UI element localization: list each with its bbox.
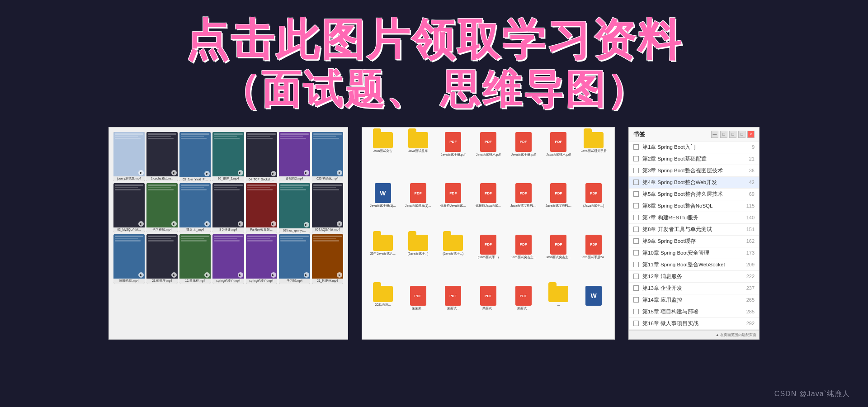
- doc-label: (Java面试手...): [407, 252, 428, 256]
- bookmark-checkbox[interactable]: [633, 144, 639, 150]
- bookmark-item-15[interactable]: 第16章 微人事项目实战 292: [629, 318, 759, 330]
- bookmark-checkbox[interactable]: [633, 285, 639, 291]
- bookmark-checkbox[interactable]: [633, 215, 639, 220]
- bookmark-item-9[interactable]: 第10章 Spring Boot安全管理 173: [629, 247, 759, 259]
- pdf-icon: PDF: [480, 183, 496, 203]
- doc-item-22: PDF 某某某...: [402, 286, 434, 335]
- bookmark-checkbox[interactable]: [633, 274, 639, 279]
- chapter-label: 第16章 微人事项目实战: [642, 320, 745, 327]
- bookmark-checkbox[interactable]: [633, 203, 639, 208]
- bookmark-item-1[interactable]: 第2章 Spring Boot基础配置 21: [629, 153, 759, 165]
- bookmark-item-3[interactable]: 第4章 Spring Boot整合Web开发 42: [629, 177, 759, 189]
- restore-button2[interactable]: □: [729, 131, 736, 138]
- bookmark-checkbox[interactable]: [633, 227, 639, 232]
- bookmark-item-2[interactable]: 第3章 Spring Boot整合视图层技术 36: [629, 165, 759, 177]
- chapter-label: 第7章 构建RESTful服务: [642, 214, 745, 221]
- folder-icon: [584, 132, 604, 148]
- title-line1: 点击此图片领取学习资料: [0, 14, 868, 66]
- bookmark-item-8[interactable]: 第9章 Spring Boot缓存 162: [629, 236, 759, 247]
- bookmark-checkbox[interactable]: [633, 191, 639, 197]
- bookmark-panel: 书签 — □ □ □ × 第1章 Spring Boot入门 9 第2章 Spr…: [628, 127, 760, 340]
- doc-item-21: 2021面积...: [367, 286, 399, 335]
- pdf-icon: PDF: [515, 132, 532, 152]
- doc-label: ...: [592, 307, 595, 310]
- page-number: 292: [746, 321, 755, 326]
- video-thumb-12: ▶ 07linux_rpm-yu...: [279, 183, 310, 232]
- doc-label: Java面试突击: [373, 149, 392, 153]
- doc-item-4: PDF Java面试手册.pdf: [507, 132, 540, 181]
- folder-icon: [548, 286, 568, 302]
- doc-item-16: (Java面试手...): [437, 235, 469, 284]
- bookmark-item-13[interactable]: 第14章 应用监控 265: [629, 294, 759, 306]
- main-title-section: 点击此图片领取学习资料 （面试题、 思维导图）: [0, 0, 868, 114]
- doc-item-3: PDF Java面试技术.pdf: [472, 132, 505, 181]
- pdf-icon: PDF: [410, 183, 426, 203]
- doc-label: Java面试手册.pdf: [511, 153, 535, 156]
- pdf-icon: PDF: [445, 132, 461, 152]
- video-label: 004.AQS介绍.mp4: [312, 227, 343, 232]
- doc-item-25: PDF 某面试...: [507, 286, 540, 335]
- doc-label: 你最持Java面试...: [440, 204, 466, 208]
- bookmark-item-12[interactable]: 第13章 企业开发 237: [629, 283, 759, 294]
- bookmark-checkbox[interactable]: [633, 168, 639, 173]
- bookmark-item-14[interactable]: 第15章 项目构建与部署 285: [629, 306, 759, 318]
- doc-item-23: PDF 某面试...: [437, 286, 469, 335]
- bookmark-item-6[interactable]: 第7章 构建RESTful服务 140: [629, 212, 759, 224]
- bookmark-item-11[interactable]: 第12章 消息服务 222: [629, 271, 759, 283]
- chapter-label: 第5章 Spring Boot整合持久层技术: [642, 191, 747, 198]
- pdf-icon: PDF: [480, 286, 496, 306]
- restore-button3[interactable]: □: [738, 131, 745, 138]
- doc-label: (Java面试手...): [443, 252, 463, 256]
- doc-item-27: W ...: [577, 286, 610, 335]
- close-button[interactable]: ×: [747, 131, 755, 138]
- doc-label: ...: [557, 303, 560, 307]
- doc-label: (Java面试手...): [583, 204, 604, 208]
- chapter-label: 第13章 企业开发: [642, 285, 745, 292]
- video-label: 课后上_.mp4: [179, 227, 211, 232]
- pdf-icon: PDF: [480, 235, 496, 255]
- bookmark-checkbox[interactable]: [633, 238, 639, 244]
- bookmark-checkbox[interactable]: [633, 309, 639, 314]
- chapter-label: 第14章 应用监控: [642, 297, 745, 303]
- bookmark-checkbox[interactable]: [633, 262, 639, 267]
- bookmark-checkbox[interactable]: [633, 156, 639, 161]
- bookmark-item-5[interactable]: 第6章 Spring Boot整合NoSQL 115: [629, 200, 759, 212]
- doc-item-19: PDF Java面试突击主...: [542, 235, 575, 284]
- doc-item-8: PDF Java面试题库(1)...: [402, 183, 434, 232]
- page-number: 265: [746, 297, 755, 303]
- chapter-label: 第11章 Spring Boot整合WebSocket: [642, 261, 745, 268]
- bookmark-checkbox[interactable]: [633, 297, 639, 303]
- bookmark-checkbox[interactable]: [633, 180, 639, 185]
- bookmark-item-0[interactable]: 第1章 Spring Boot入门 9: [629, 142, 759, 153]
- pdf-icon: PDF: [445, 286, 461, 306]
- bookmark-item-4[interactable]: 第5章 Spring Boot整合持久层技术 69: [629, 189, 759, 200]
- video-thumb-20: ▶ 21_钩逻框.mp4: [312, 234, 343, 284]
- bookmark-item-10[interactable]: 第11章 Spring Boot整合WebSocket 209: [629, 259, 759, 271]
- minimize-button[interactable]: —: [711, 131, 718, 138]
- doc-label: 23年Java面试八...: [370, 252, 396, 256]
- chapter-label: 第8章 开发者工具与单元测试: [642, 226, 745, 233]
- video-label: jquery测试题.mp4: [113, 176, 145, 181]
- bookmark-checkbox[interactable]: [633, 321, 639, 326]
- pdf-icon: PDF: [515, 183, 532, 203]
- doc-item-6: Java面试通关手册: [577, 132, 610, 181]
- pdf-icon: PDF: [585, 183, 602, 203]
- bookmark-footer: ▲ 在页面范围内适配页面: [629, 330, 759, 339]
- doc-item-12: PDF Java面试宝典PL...: [542, 183, 575, 232]
- chapter-label: 第15章 项目构建与部署: [642, 308, 745, 315]
- folder-icon: [373, 235, 393, 251]
- video-thumb-11: ▶ ParNew收集器...: [246, 183, 277, 232]
- restore-button[interactable]: □: [720, 131, 727, 138]
- folder-icon: [408, 132, 428, 148]
- folder-icon: [443, 235, 463, 251]
- doc-label: Java面试突击主...: [546, 256, 571, 259]
- video-thumb-9: ▶ 课后上_.mp4: [179, 183, 211, 232]
- video-label: 21_钩逻框.mp4: [312, 279, 343, 284]
- doc-label: Java面试手册(1)...: [370, 204, 396, 208]
- video-label: 07linux_rpm-yu...: [279, 228, 310, 232]
- chapter-label: 第6章 Spring Boot整合NoSQL: [642, 203, 745, 209]
- bookmark-item-7[interactable]: 第8章 开发者工具与单元测试 151: [629, 224, 759, 236]
- bookmark-checkbox[interactable]: [633, 250, 639, 256]
- video-label: 020.初始化.mp4: [312, 176, 343, 181]
- page-number: 222: [746, 274, 755, 279]
